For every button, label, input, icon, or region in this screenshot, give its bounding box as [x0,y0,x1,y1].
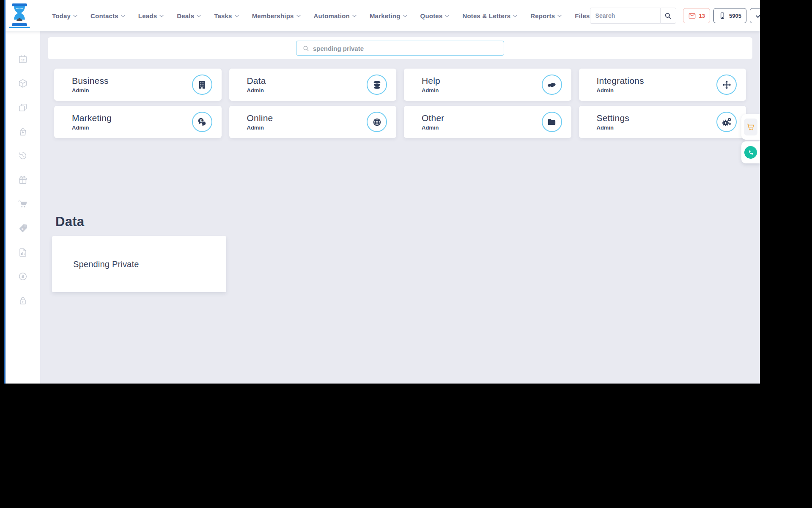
card-subtitle: Admin [422,87,542,94]
report-icon[interactable] [18,247,28,257]
card-subtitle: Admin [597,124,717,131]
gift-icon[interactable] [18,175,28,185]
brand-logo[interactable] [9,3,30,28]
calendar-icon[interactable]: 12 [18,54,28,64]
module-card-marketing[interactable]: Marketing Admin $ [54,106,222,138]
nav-label: Automation [314,12,350,19]
lock-icon[interactable] [18,295,28,306]
search-icon [302,45,310,52]
mail-count: 13 [699,13,705,19]
chevron-down-icon [296,15,301,17]
card-text: Help Admin [404,76,542,94]
nav-label: Today [52,12,71,19]
card-text: Business Admin [54,76,192,94]
nav-item-notes-letters[interactable]: Notes & Letters [462,12,517,19]
module-card-business[interactable]: Business Admin [54,69,222,101]
folder-icon [542,112,562,132]
chevron-down-icon [352,15,357,17]
card-title: Business [72,76,192,86]
app-window: Today Contacts Leads Deals Tasks Members… [4,0,760,384]
nav-item-automation[interactable]: Automation [314,12,357,19]
card-text: Data Admin [229,76,367,94]
comments-dollar-icon: $ [192,112,212,132]
mail-button[interactable]: 13 [683,8,710,23]
price-tag-icon[interactable]: $ [18,223,28,233]
module-card-integrations[interactable]: Integrations Admin [579,69,746,101]
bag-icon[interactable] [18,127,28,137]
main-content: Business Admin Data Admin [40,31,760,384]
history-icon[interactable] [18,151,28,161]
nav-item-quotes[interactable]: Quotes [420,12,450,19]
chevron-down-icon [557,15,562,17]
handshake-icon [542,75,562,95]
module-search-pill [296,41,504,56]
card-text: Marketing Admin [54,113,192,131]
card-text: Settings Admin [579,113,717,131]
section-title: Data [55,214,752,229]
nav-label: Reports [530,12,555,19]
chevron-down-icon [403,15,407,17]
result-label: Spending Private [52,260,139,269]
nav-item-today[interactable]: Today [52,12,77,19]
phone-widget[interactable] [741,141,760,163]
hourglass-logo-icon [11,3,28,26]
nav-label: Leads [138,12,157,19]
gears-icon [716,112,737,132]
cart-widget[interactable] [741,114,760,140]
phone-widget-circle [744,146,757,159]
account-lock-icon[interactable] [18,271,28,282]
svg-text:12: 12 [21,59,25,62]
nav-item-contacts[interactable]: Contacts [91,12,125,19]
nav-item-memberships[interactable]: Memberships [252,12,301,19]
card-subtitle: Admin [247,124,367,131]
nav-item-marketing[interactable]: Marketing [370,12,407,19]
nav-label: Marketing [370,12,401,19]
cart-icon[interactable] [18,199,28,209]
shopping-cart-icon [746,122,755,132]
card-title: Other [422,113,542,123]
left-sidebar: 12 $ [5,31,40,384]
nav-item-deals[interactable]: Deals [177,12,201,19]
envelope-icon [688,12,696,20]
globe-icon [367,112,387,132]
module-card-help[interactable]: Help Admin [404,69,571,101]
card-text: Integrations Admin [579,76,717,94]
module-search-input[interactable] [313,45,499,52]
search-icon [664,12,672,20]
module-card-online[interactable]: Online Admin [229,106,397,138]
chevron-down-icon [121,15,125,17]
nav-item-files[interactable]: Files [575,12,590,19]
copy-icon[interactable] [18,102,28,113]
module-card-settings[interactable]: Settings Admin [579,106,746,138]
chevron-down-icon [445,15,449,17]
nav-item-reports[interactable]: Reports [530,12,562,19]
cart-widget-inner [744,119,757,135]
nav-item-tasks[interactable]: Tasks [214,12,239,19]
cube-icon[interactable] [18,78,28,88]
nav-item-leads[interactable]: Leads [138,12,164,19]
tasks-button[interactable]: 15 [750,8,760,23]
chevron-down-icon [73,15,77,17]
check-icon [755,12,760,19]
module-search-bar [48,37,752,59]
chevron-down-icon [197,15,201,17]
header-search-input[interactable] [590,8,660,24]
card-subtitle: Admin [247,87,367,94]
phone-button[interactable]: 5905 [713,8,746,23]
card-title: Data [247,76,367,86]
database-icon [367,75,387,95]
module-card-other[interactable]: Other Admin [404,106,571,138]
main-nav: Today Contacts Leads Deals Tasks Members… [52,12,590,19]
module-card-data[interactable]: Data Admin [229,69,397,101]
nav-label: Tasks [214,12,232,19]
chevron-down-icon [159,15,164,17]
header-search-button[interactable] [660,8,676,24]
card-subtitle: Admin [422,124,542,131]
card-subtitle: Admin [72,124,192,131]
chevron-down-icon [513,15,517,17]
nav-label: Deals [177,12,194,19]
modules-grid: Business Admin Data Admin [54,69,746,138]
card-subtitle: Admin [72,87,192,94]
header-search [590,8,676,24]
result-item-spending-private[interactable]: Spending Private [52,236,226,292]
